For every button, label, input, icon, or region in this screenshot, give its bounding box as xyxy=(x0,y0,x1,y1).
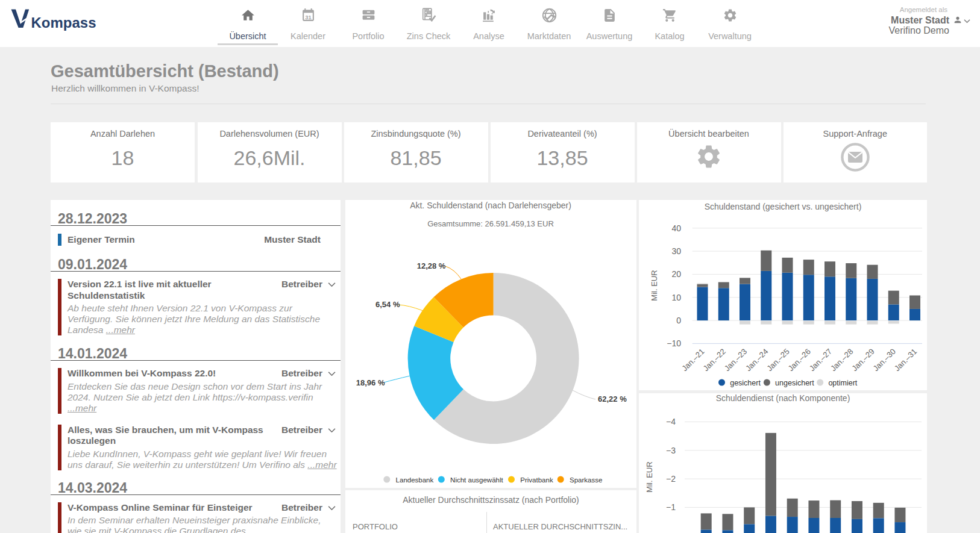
svg-text:18,96 %: 18,96 % xyxy=(356,378,385,387)
svg-text:Jan.–21: Jan.–21 xyxy=(680,347,706,373)
svg-text:−4: −4 xyxy=(666,417,676,426)
svg-text:optimiert: optimiert xyxy=(828,379,857,387)
svg-text:ungesichert: ungesichert xyxy=(775,379,814,387)
svg-text:Privatbank: Privatbank xyxy=(520,476,553,484)
svg-text:Jan.–25: Jan.–25 xyxy=(765,347,791,373)
svg-text:Sparkasse: Sparkasse xyxy=(570,476,602,484)
svg-text:−3: −3 xyxy=(666,446,676,455)
svg-text:Schuldenstand (gesichert vs. u: Schuldenstand (gesichert vs. ungesichert… xyxy=(705,202,862,211)
svg-text:Jan.–30: Jan.–30 xyxy=(872,347,897,373)
svg-text:Jan.–24: Jan.–24 xyxy=(744,347,770,373)
svg-text:−10: −10 xyxy=(667,338,681,348)
svg-text:40: 40 xyxy=(671,223,681,233)
svg-text:Jan.–23: Jan.–23 xyxy=(723,347,749,373)
svg-text:20: 20 xyxy=(671,269,681,279)
svg-text:Jan.–22: Jan.–22 xyxy=(702,347,727,373)
svg-text:Jan.–29: Jan.–29 xyxy=(850,347,876,373)
svg-text:31: 31 xyxy=(305,14,311,20)
svg-text:Gesamtsumme: 26.591.459,13 EUR: Gesamtsumme: 26.591.459,13 EUR xyxy=(427,219,554,228)
svg-text:Mil. EUR: Mil. EUR xyxy=(645,461,654,492)
svg-text:30: 30 xyxy=(671,246,681,256)
svg-text:Nicht ausgewählt: Nicht ausgewählt xyxy=(450,476,503,484)
svg-text:10: 10 xyxy=(671,293,681,302)
svg-text:Mil. EUR: Mil. EUR xyxy=(650,270,659,301)
svg-text:−2: −2 xyxy=(666,474,676,484)
svg-text:0: 0 xyxy=(676,316,681,325)
svg-text:Jan.–31: Jan.–31 xyxy=(893,347,919,373)
svg-text:Landesbank: Landesbank xyxy=(396,476,434,484)
svg-text:Akt. Schuldenstand (nach Darle: Akt. Schuldenstand (nach Darlehensgeber) xyxy=(410,201,571,210)
svg-text:−1: −1 xyxy=(666,502,676,512)
svg-text:62,22 %: 62,22 % xyxy=(598,394,627,404)
svg-text:6,54 %: 6,54 % xyxy=(375,300,400,309)
svg-text:Jan.–26: Jan.–26 xyxy=(787,347,812,373)
svg-text:Kompass: Kompass xyxy=(31,14,96,31)
svg-text:Schuldendienst (nach Komponent: Schuldendienst (nach Komponente) xyxy=(716,393,850,403)
svg-text:gesichert: gesichert xyxy=(730,379,761,387)
svg-text:Jan.–27: Jan.–27 xyxy=(808,347,834,373)
svg-text:Jan.–28: Jan.–28 xyxy=(829,347,855,373)
svg-text:12,28 %: 12,28 % xyxy=(417,261,446,270)
